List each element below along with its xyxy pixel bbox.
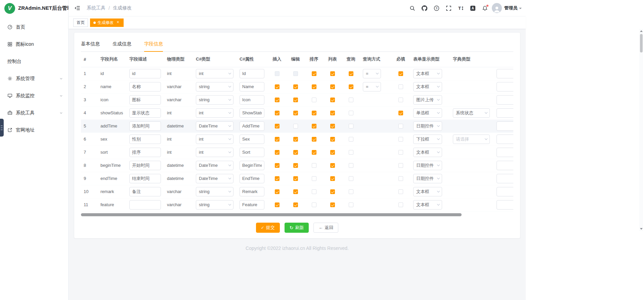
edit-checkbox[interactable] [293, 176, 298, 181]
description-input[interactable] [129, 121, 161, 131]
query-checkbox[interactable] [349, 71, 353, 76]
insert-checkbox[interactable] [275, 111, 280, 115]
fullscreen-icon[interactable] [444, 3, 454, 13]
back-button[interactable]: 返回 [313, 223, 338, 233]
edit-checkbox[interactable] [293, 98, 298, 102]
sort-checkbox[interactable] [312, 71, 316, 76]
display-type-select[interactable]: 文本框 [413, 187, 442, 196]
display-type-select[interactable]: 单选框 [413, 108, 442, 118]
bell-icon[interactable] [480, 3, 490, 13]
query-type-select[interactable]: = [363, 82, 381, 91]
description-input[interactable] [129, 95, 161, 105]
user-menu-caret-icon[interactable] [519, 8, 522, 10]
csharp-type-select[interactable]: string [196, 82, 233, 91]
required-checkbox[interactable] [398, 111, 403, 115]
csharp-property-input[interactable] [240, 200, 264, 210]
search-icon[interactable] [407, 3, 417, 13]
drawer-handle[interactable] [0, 119, 4, 137]
avatar[interactable] [492, 3, 502, 13]
csharp-type-select[interactable]: DateTime [196, 161, 233, 170]
description-input[interactable] [129, 187, 161, 196]
description-input[interactable] [129, 108, 161, 118]
extra-input[interactable] [497, 95, 513, 105]
required-checkbox[interactable] [398, 124, 403, 128]
csharp-property-input[interactable] [240, 148, 264, 157]
list-checkbox[interactable] [330, 202, 335, 207]
tag-home[interactable]: 首页 [73, 18, 88, 27]
display-type-select[interactable]: 文本框 [413, 69, 442, 78]
description-input[interactable] [129, 135, 161, 144]
description-input[interactable] [129, 200, 161, 210]
query-checkbox[interactable] [349, 163, 353, 168]
tab-basic-info[interactable]: 基本信息 [81, 38, 100, 51]
csharp-property-input[interactable] [240, 135, 264, 144]
insert-checkbox[interactable] [275, 71, 280, 76]
sort-checkbox[interactable] [312, 150, 316, 155]
edit-checkbox[interactable] [293, 202, 298, 207]
user-name[interactable]: 管理员 [504, 5, 517, 11]
horizontal-scrollbar-thumb[interactable] [81, 213, 462, 216]
insert-checkbox[interactable] [275, 137, 280, 142]
csharp-type-select[interactable]: int [196, 108, 233, 118]
display-type-select[interactable]: 日期控件 [413, 161, 442, 170]
scrollbar-up-arrow[interactable] [640, 30, 643, 32]
description-input[interactable] [129, 161, 161, 170]
sort-checkbox[interactable] [312, 111, 316, 115]
sort-checkbox[interactable] [312, 189, 316, 194]
sidebar-item-icons[interactable]: 图标icon [0, 36, 68, 53]
list-checkbox[interactable] [330, 124, 335, 128]
tag-close-icon[interactable] [116, 20, 120, 25]
list-checkbox[interactable] [330, 150, 335, 155]
insert-checkbox[interactable] [275, 98, 280, 102]
query-checkbox[interactable] [349, 124, 353, 128]
required-checkbox[interactable] [398, 163, 403, 168]
description-input[interactable] [129, 69, 161, 78]
github-icon[interactable] [420, 3, 429, 13]
extra-input[interactable] [497, 108, 513, 118]
required-checkbox[interactable] [398, 137, 403, 142]
edit-checkbox[interactable] [293, 163, 298, 168]
required-checkbox[interactable] [398, 150, 403, 155]
list-checkbox[interactable] [330, 163, 335, 168]
query-checkbox[interactable] [349, 189, 353, 194]
csharp-type-select[interactable]: int [196, 69, 233, 78]
sort-checkbox[interactable] [312, 163, 316, 168]
tab-field-info[interactable]: 字段信息 [144, 38, 163, 51]
display-type-select[interactable]: 日期控件 [413, 121, 442, 131]
insert-checkbox[interactable] [275, 189, 280, 194]
sidebar-item-system-tools[interactable]: 系统工具 [0, 104, 68, 121]
sort-checkbox[interactable] [312, 124, 316, 128]
sort-checkbox[interactable] [312, 98, 316, 102]
csharp-type-select[interactable]: string [196, 187, 233, 196]
font-size-icon[interactable]: T [456, 3, 466, 13]
extra-input[interactable] [497, 148, 513, 157]
app-logo[interactable]: V ZRAdmin.NET后台管理 [0, 0, 68, 16]
dict-type-select[interactable]: 请选择 [453, 135, 490, 144]
list-checkbox[interactable] [330, 189, 335, 194]
breadcrumb-item[interactable]: 系统工具 [87, 5, 105, 11]
csharp-property-input[interactable] [240, 174, 264, 183]
list-checkbox[interactable] [330, 84, 335, 89]
insert-checkbox[interactable] [275, 202, 280, 207]
description-input[interactable] [129, 174, 161, 183]
translate-icon[interactable]: A [468, 3, 478, 13]
required-checkbox[interactable] [398, 98, 403, 102]
sidebar-item-system-monitor[interactable]: 系统监控 [0, 87, 68, 104]
required-checkbox[interactable] [398, 189, 403, 194]
sort-checkbox[interactable] [312, 176, 316, 181]
query-checkbox[interactable] [349, 98, 353, 102]
required-checkbox[interactable] [398, 202, 403, 207]
list-checkbox[interactable] [330, 137, 335, 142]
sidebar-item-home[interactable]: 首页 [0, 18, 68, 36]
sidebar-item-system-manage[interactable]: 系统管理 [0, 70, 68, 87]
extra-input[interactable] [497, 187, 513, 196]
sort-checkbox[interactable] [312, 202, 316, 207]
query-checkbox[interactable] [349, 150, 353, 155]
list-checkbox[interactable] [330, 71, 335, 76]
required-checkbox[interactable] [398, 84, 403, 89]
csharp-property-input[interactable] [240, 121, 264, 131]
sort-checkbox[interactable] [312, 84, 316, 89]
csharp-property-input[interactable] [240, 95, 264, 105]
query-checkbox[interactable] [349, 176, 353, 181]
description-input[interactable] [129, 82, 161, 91]
